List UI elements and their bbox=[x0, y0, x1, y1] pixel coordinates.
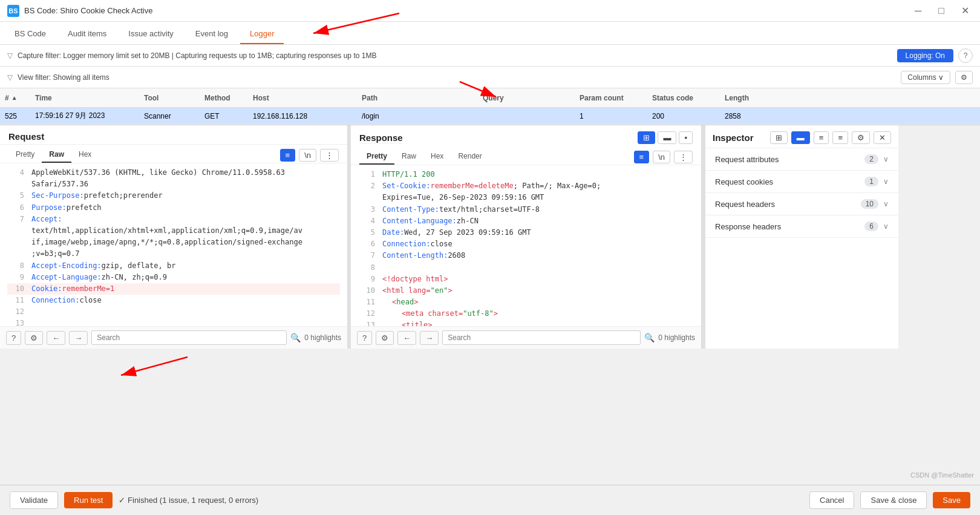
view-settings-button[interactable]: ⚙ bbox=[955, 71, 973, 84]
request-panel-tools: ≡ \n ⋮ bbox=[280, 149, 339, 162]
capture-filter-bar: ▽ Capture filter: Logger memory limit se… bbox=[0, 45, 980, 67]
request-tab-raw[interactable]: Raw bbox=[42, 147, 71, 163]
cell-time: 17:59:16 27 9月 2023 bbox=[30, 111, 139, 121]
request-tabs-left: Pretty Raw Hex bbox=[8, 147, 99, 163]
inspector-item-count: 10 bbox=[861, 199, 878, 209]
cell-length: 2858 bbox=[720, 112, 780, 120]
inspector-grid-view[interactable]: ⊞ bbox=[770, 131, 788, 144]
response-wrap-button[interactable]: ≡ bbox=[634, 151, 650, 163]
title-bar: BS BS Code: Shiro Cookie Check Active ─ … bbox=[0, 0, 980, 22]
table-row[interactable]: 525 17:59:16 27 9月 2023 Scanner GET 192.… bbox=[0, 108, 980, 125]
tab-bscode[interactable]: BS Code bbox=[5, 24, 56, 44]
col-header-num[interactable]: # ▲ bbox=[0, 94, 30, 102]
request-panel-tabs: Pretty Raw Hex ≡ \n ⋮ bbox=[0, 145, 347, 163]
response-next-button[interactable]: → bbox=[420, 331, 439, 345]
response-tab-render[interactable]: Render bbox=[451, 149, 489, 165]
code-line: 5 Date: Wed, 27 Sep 2023 09:59:16 GMT bbox=[358, 227, 694, 238]
code-line: 2 Set-Cookie: rememberMe=deleteMe; Path=… bbox=[358, 180, 694, 192]
capture-help-button[interactable]: ? bbox=[958, 48, 973, 63]
col-header-length[interactable]: Length bbox=[720, 94, 780, 102]
code-line: 11 Connection: close bbox=[7, 295, 340, 306]
request-search-input[interactable] bbox=[91, 330, 287, 345]
code-line: 1 HTTP/1.1 200 bbox=[358, 169, 694, 180]
inspector-item-right: 6 ∨ bbox=[864, 221, 889, 231]
tab-audit-items[interactable]: Audit items bbox=[58, 24, 116, 44]
request-wrap-button[interactable]: ≡ bbox=[280, 149, 296, 162]
minimize-button[interactable]: ─ bbox=[911, 4, 925, 18]
chevron-down-icon: ∨ bbox=[883, 222, 889, 231]
code-line: 13 <title> bbox=[358, 320, 694, 326]
inspector-item-right: 2 ∨ bbox=[864, 154, 889, 164]
response-tab-raw[interactable]: Raw bbox=[394, 149, 423, 165]
cell-tool: Scanner bbox=[139, 112, 200, 120]
response-grid-view[interactable]: ⊞ bbox=[638, 131, 655, 144]
cell-param-count: 1 bbox=[575, 112, 647, 120]
response-panel-tools: ≡ \n ⋮ bbox=[634, 151, 693, 163]
tab-issue-activity[interactable]: Issue activity bbox=[119, 24, 183, 44]
inspector-item-request-cookies[interactable]: Request cookies 1 ∨ bbox=[705, 171, 898, 193]
col-header-host[interactable]: Host bbox=[248, 94, 357, 102]
code-line: 10 <html lang="en"> bbox=[358, 285, 694, 297]
request-more-button[interactable]: ⋮ bbox=[320, 149, 339, 162]
response-search-input[interactable] bbox=[442, 330, 641, 345]
response-prev-button[interactable]: ← bbox=[397, 331, 416, 345]
restore-button[interactable]: □ bbox=[935, 4, 948, 18]
inspector-tools: ⊞ ▬ ≡ ≡ ⚙ ✕ bbox=[770, 131, 891, 144]
inspector-close-button[interactable]: ✕ bbox=[874, 131, 891, 144]
inspector-item-response-headers[interactable]: Response headers 6 ∨ bbox=[705, 215, 898, 238]
save-close-button[interactable]: Save & close bbox=[860, 491, 927, 509]
run-status-text: ✓ Finished (1 issue, 1 request, 0 errors… bbox=[119, 496, 258, 505]
request-settings-button[interactable]: ⚙ bbox=[25, 331, 43, 345]
response-help-button[interactable]: ? bbox=[357, 331, 372, 345]
tab-logger[interactable]: Logger bbox=[240, 24, 284, 44]
save-button[interactable]: Save bbox=[933, 492, 970, 508]
col-header-status-code[interactable]: Status code bbox=[647, 94, 720, 102]
code-line: text/html,application/xhtml+xml,applicat… bbox=[7, 225, 340, 237]
code-line: 9 <!doctype html> bbox=[358, 274, 694, 285]
request-help-button[interactable]: ? bbox=[6, 331, 21, 345]
code-line: 12 <meta charset="utf-8"> bbox=[358, 308, 694, 320]
request-newline-button[interactable]: \n bbox=[299, 149, 316, 162]
validate-button[interactable]: Validate bbox=[10, 491, 58, 509]
col-header-time[interactable]: Time bbox=[30, 94, 139, 102]
response-compact-view[interactable]: ▪ bbox=[679, 131, 693, 144]
request-next-button[interactable]: → bbox=[69, 331, 88, 345]
response-settings-button[interactable]: ⚙ bbox=[376, 331, 394, 345]
code-line: ;v=b3;q=0.7 bbox=[7, 248, 340, 260]
col-header-tool[interactable]: Tool bbox=[139, 94, 200, 102]
request-search-button[interactable]: 🔍 bbox=[290, 333, 301, 343]
app-icon: BS bbox=[7, 5, 19, 17]
code-line: 11 <head> bbox=[358, 297, 694, 308]
col-header-query[interactable]: Query bbox=[478, 94, 575, 102]
response-newline-button[interactable]: \n bbox=[653, 151, 670, 163]
inspector-item-label: Response headers bbox=[715, 222, 781, 231]
response-tab-pretty[interactable]: Pretty bbox=[359, 149, 394, 165]
cell-host: 192.168.116.128 bbox=[248, 112, 357, 120]
col-header-method[interactable]: Method bbox=[200, 94, 248, 102]
code-line: 13 bbox=[7, 318, 340, 326]
inspector-align-right[interactable]: ≡ bbox=[832, 131, 848, 144]
request-tab-pretty[interactable]: Pretty bbox=[8, 147, 42, 163]
inspector-align-left[interactable]: ≡ bbox=[814, 131, 829, 144]
columns-button[interactable]: Columns ∨ bbox=[901, 71, 950, 84]
inspector-settings[interactable]: ⚙ bbox=[852, 131, 870, 144]
run-test-button[interactable]: Run test bbox=[64, 492, 113, 508]
col-header-path[interactable]: Path bbox=[357, 94, 478, 102]
response-list-view[interactable]: ▬ bbox=[658, 131, 676, 144]
inspector-header: Inspector ⊞ ▬ ≡ ≡ ⚙ ✕ bbox=[705, 125, 898, 148]
response-search-button[interactable]: 🔍 bbox=[644, 333, 655, 343]
response-tab-hex[interactable]: Hex bbox=[423, 149, 451, 165]
cancel-button[interactable]: Cancel bbox=[809, 491, 854, 509]
inspector-list-view[interactable]: ▬ bbox=[791, 131, 810, 144]
inspector-item-request-attributes[interactable]: Request attributes 2 ∨ bbox=[705, 148, 898, 171]
inspector-item-count: 2 bbox=[864, 154, 878, 164]
request-prev-button[interactable]: ← bbox=[47, 331, 65, 345]
col-header-param-count[interactable]: Param count bbox=[575, 94, 647, 102]
tab-event-log[interactable]: Event log bbox=[186, 24, 238, 44]
logging-toggle-button[interactable]: Logging: On bbox=[897, 49, 953, 62]
code-line: Safari/537.36 bbox=[7, 179, 340, 190]
inspector-item-request-headers[interactable]: Request headers 10 ∨ bbox=[705, 193, 898, 215]
request-tab-hex[interactable]: Hex bbox=[71, 147, 99, 163]
close-button[interactable]: ✕ bbox=[958, 4, 973, 18]
response-more-button[interactable]: ⋮ bbox=[674, 151, 693, 163]
